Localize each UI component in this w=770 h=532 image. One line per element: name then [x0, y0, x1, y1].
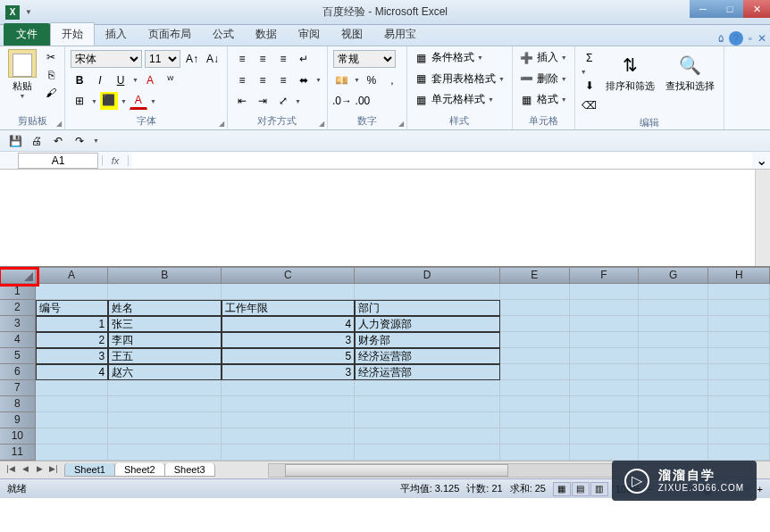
cell[interactable]: 赵六	[108, 364, 222, 380]
cell[interactable]	[500, 445, 569, 461]
sheet-tab[interactable]: Sheet1	[64, 463, 115, 477]
cell[interactable]	[36, 380, 108, 396]
cell[interactable]	[639, 300, 708, 316]
cell[interactable]	[639, 412, 708, 428]
fx-icon[interactable]: fx	[102, 155, 129, 166]
split-vscroll[interactable]	[755, 170, 770, 266]
row-header[interactable]: 3	[0, 316, 36, 332]
cell[interactable]: 李四	[108, 332, 222, 348]
increase-font-icon[interactable]: A↑	[183, 50, 201, 68]
cell[interactable]: 张三	[108, 316, 222, 332]
cell[interactable]	[639, 428, 708, 445]
cell[interactable]: 3	[222, 364, 355, 380]
cell[interactable]	[639, 380, 708, 396]
cell[interactable]	[222, 412, 355, 428]
accounting-format-icon[interactable]: 💴	[333, 71, 351, 89]
cell[interactable]	[639, 396, 708, 412]
formula-expand-icon[interactable]: ⌄	[752, 152, 770, 169]
win-restore-icon[interactable]: ▫	[749, 32, 752, 45]
cell[interactable]: 人力资源部	[355, 316, 500, 332]
conditional-format-button[interactable]: ▦条件格式▼	[413, 49, 506, 66]
sheet-nav-prev-icon[interactable]: ◀	[18, 464, 32, 477]
fill-color-button[interactable]: ⬛	[100, 92, 118, 110]
cell[interactable]	[500, 284, 569, 300]
cell[interactable]	[500, 396, 569, 412]
cell[interactable]: 1	[36, 316, 108, 332]
cell[interactable]: 3	[36, 348, 108, 364]
bold-button[interactable]: B	[71, 71, 88, 89]
cell[interactable]	[708, 316, 770, 332]
cell[interactable]	[570, 445, 639, 461]
column-header[interactable]: C	[222, 268, 355, 284]
cell[interactable]	[355, 445, 500, 461]
cell[interactable]	[570, 380, 639, 396]
column-header[interactable]: H	[708, 268, 770, 284]
font-color-a-icon[interactable]: A	[141, 71, 159, 89]
cell[interactable]	[639, 364, 708, 380]
cell[interactable]	[36, 428, 108, 445]
formula-input[interactable]	[132, 153, 752, 169]
maximize-button[interactable]: □	[716, 0, 743, 18]
row-header[interactable]: 4	[0, 332, 36, 348]
name-box[interactable]: A1	[18, 153, 98, 169]
cell[interactable]	[108, 284, 222, 300]
sheet-nav-next-icon[interactable]: ▶	[32, 464, 46, 477]
italic-button[interactable]: I	[91, 71, 109, 89]
sort-filter-button[interactable]: ⇅ 排序和筛选	[602, 49, 658, 114]
border-button[interactable]: ⊞	[71, 92, 88, 110]
align-top-icon[interactable]: ≡	[233, 50, 251, 68]
decrease-font-icon[interactable]: A↓	[204, 50, 222, 68]
row-header[interactable]: 9	[0, 412, 36, 428]
tab-formulas[interactable]: 公式	[202, 23, 245, 46]
tab-review[interactable]: 审阅	[288, 23, 331, 46]
sheet-nav-first-icon[interactable]: |◀	[4, 464, 18, 477]
minimize-button[interactable]: ─	[690, 0, 716, 18]
cell[interactable]: 编号	[36, 300, 108, 316]
cell[interactable]	[708, 412, 770, 428]
help-icon[interactable]: ?	[729, 31, 743, 46]
cell[interactable]: 经济运营部	[355, 348, 500, 364]
print-icon[interactable]: 🖨	[29, 133, 45, 149]
row-header[interactable]: 8	[0, 396, 36, 412]
cell[interactable]	[108, 412, 222, 428]
cell[interactable]	[570, 284, 639, 300]
cell[interactable]	[36, 284, 108, 300]
decrease-decimal-icon[interactable]: .00	[354, 92, 372, 110]
cell[interactable]: 3	[222, 332, 355, 348]
cell[interactable]: 财务部	[355, 332, 500, 348]
cell[interactable]: 经济运营部	[355, 364, 500, 380]
qat-dropdown-icon[interactable]: ▼	[25, 8, 34, 16]
cell[interactable]	[708, 300, 770, 316]
decrease-indent-icon[interactable]: ⇤	[233, 92, 251, 110]
tab-pagelayout[interactable]: 页面布局	[138, 23, 202, 46]
cell[interactable]	[708, 364, 770, 380]
qat-customize-icon[interactable]: ▼	[93, 137, 99, 144]
sheet-tab[interactable]: Sheet2	[114, 463, 165, 477]
cell[interactable]	[639, 284, 708, 300]
cell[interactable]	[355, 284, 500, 300]
cell[interactable]	[108, 428, 222, 445]
tab-data[interactable]: 数据	[245, 23, 288, 46]
cell[interactable]	[500, 316, 569, 332]
font-name-select[interactable]: 宋体	[71, 50, 142, 68]
copy-icon[interactable]: ⎘	[43, 67, 59, 83]
format-painter-icon[interactable]: 🖌	[43, 85, 59, 101]
cell[interactable]: 姓名	[108, 300, 222, 316]
tab-insert[interactable]: 插入	[95, 23, 138, 46]
cell[interactable]	[570, 412, 639, 428]
wrap-text-icon[interactable]: ↵	[295, 50, 313, 68]
cell[interactable]	[570, 364, 639, 380]
cell[interactable]	[570, 316, 639, 332]
cell[interactable]	[570, 300, 639, 316]
view-pagebreak-icon[interactable]: ▥	[590, 482, 608, 496]
cell[interactable]	[36, 412, 108, 428]
increase-decimal-icon[interactable]: .0→	[333, 92, 351, 110]
percent-format-icon[interactable]: %	[363, 71, 381, 89]
font-phonetic-icon[interactable]: ᵂ	[162, 71, 180, 89]
cell[interactable]	[639, 316, 708, 332]
cell[interactable]	[500, 428, 569, 445]
cell[interactable]	[708, 380, 770, 396]
cell[interactable]	[570, 396, 639, 412]
comma-format-icon[interactable]: ,	[383, 71, 401, 89]
column-header[interactable]: D	[355, 268, 500, 284]
